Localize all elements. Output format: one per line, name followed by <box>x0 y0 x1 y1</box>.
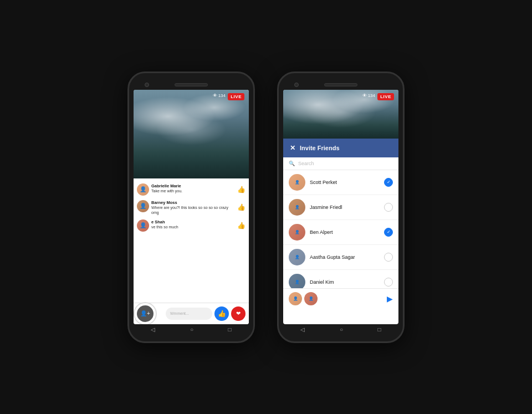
friend-check-3[interactable]: ✓ <box>384 228 393 237</box>
comment-input[interactable]: Wmment... <box>166 308 212 320</box>
comment-body-3: e Shah ve this so much <box>151 219 235 229</box>
friend-avatar-3: 👤 <box>289 224 305 241</box>
phone-2-eye-icon: 👁 <box>362 93 367 98</box>
friend-item-4[interactable]: 👤 Aastha Gupta Sagar <box>283 245 398 270</box>
nav-square-icon[interactable]: □ <box>228 326 232 333</box>
selected-avatars: 👤 👤 <box>289 292 318 305</box>
friend-name-4: Aastha Gupta Sagar <box>310 254 380 260</box>
phone-2-camera <box>294 83 299 87</box>
friend-name-3: Ben Alpert <box>310 229 380 235</box>
phone-2-nav-back-icon[interactable]: ◁ <box>300 326 305 333</box>
comment-avatar-2: 👤 <box>137 200 149 212</box>
thumb-button[interactable]: 👍 <box>214 306 229 321</box>
thumb-icon: 👍 <box>218 310 226 318</box>
comment-body-2: Barney Moss Where are you?! this looks s… <box>151 200 235 215</box>
avatar-face-3: 👤 <box>137 219 149 232</box>
friend-check-4[interactable] <box>384 253 393 262</box>
selected-avatar-2: 👤 <box>304 292 318 305</box>
add-friend-circle: 👤+ <box>134 302 157 324</box>
phone-2-nav-square-icon[interactable]: □ <box>378 326 381 333</box>
phone-1-video: LIVE 👁 134 <box>134 90 249 178</box>
selected-face-1: 👤 <box>289 292 302 305</box>
comment-placeholder: Wmment... <box>170 311 189 315</box>
friend-name-2: Jasmine Friedl <box>310 205 380 210</box>
friend-item-1[interactable]: 👤 Scott Perket ✓ <box>283 170 398 195</box>
nav-home-icon[interactable]: ○ <box>190 326 193 333</box>
avatar-face-1: 👤 <box>137 183 149 196</box>
search-icon: 🔍 <box>289 161 295 166</box>
comment-name-3: e Shah <box>151 219 235 224</box>
friend-list: 👤 Scott Perket ✓ 👤 Jasmine Friedl <box>283 170 398 288</box>
friend-avatar-2: 👤 <box>289 199 305 216</box>
selected-face-2: 👤 <box>304 292 318 305</box>
phone-2-speaker <box>324 83 357 86</box>
comment-text-2: Where are you?! this looks so so so so c… <box>151 205 235 215</box>
phone-2-nav-bar: ◁ ○ □ <box>283 324 398 335</box>
phone-1-screen: LIVE 👁 134 👤 Gabrielle Marie Take me wit… <box>134 90 249 324</box>
phone-2-live-badge: LIVE <box>377 93 394 100</box>
heart-button[interactable]: ❤ <box>231 306 245 321</box>
friend-avatar-face-4: 👤 <box>289 249 305 265</box>
comment-body-1: Gabrielle Marie Take me with you. <box>151 183 235 193</box>
phone-2-video: LIVE 👁 134 <box>283 90 398 140</box>
comment-text-3: ve this so much <box>151 224 235 229</box>
comment-like-1[interactable]: 👍 <box>237 186 245 193</box>
selected-avatar-1: 👤 <box>289 292 302 305</box>
comment-like-2[interactable]: 👍 <box>237 203 245 211</box>
phone-1-nav-bar: ◁ ○ □ <box>134 324 249 335</box>
phone-2: LIVE 👁 134 ✕ Invite Friends 🔍 Search <box>277 71 405 343</box>
avatar-face-2: 👤 <box>137 200 149 212</box>
add-friend-icon: 👤+ <box>140 310 150 316</box>
phones-container: LIVE 👁 134 👤 Gabrielle Marie Take me wit… <box>127 71 405 343</box>
heart-icon: ❤ <box>236 310 241 316</box>
friend-avatar-5: 👤 <box>289 274 305 288</box>
friend-avatar-face-2: 👤 <box>289 199 305 216</box>
phone-2-screen: LIVE 👁 134 ✕ Invite Friends 🔍 Search <box>283 90 398 324</box>
phone-1-speaker <box>175 83 208 86</box>
phone-1: LIVE 👁 134 👤 Gabrielle Marie Take me wit… <box>127 71 255 343</box>
friend-check-5[interactable] <box>384 278 393 287</box>
comment-item-3: 👤 e Shah ve this so much 👍 <box>137 218 245 233</box>
video-clouds <box>134 90 249 178</box>
comment-like-3[interactable]: 👍 <box>237 222 245 229</box>
comment-name-1: Gabrielle Marie <box>151 183 235 188</box>
add-friend-button[interactable]: 👤+ <box>137 305 154 322</box>
comment-name-2: Barney Moss <box>151 200 235 205</box>
comment-avatar-3: 👤 <box>137 219 149 232</box>
phone-1-live-badge: LIVE <box>228 93 244 100</box>
comment-text-1: Take me with you. <box>151 188 235 193</box>
invite-footer: 👤 👤 ▶ <box>283 288 398 309</box>
phone-2-top-bar <box>283 83 398 86</box>
friend-avatar-face-5: 👤 <box>289 274 305 288</box>
phone-2-viewer-count: 👁 134 <box>362 93 375 98</box>
send-button[interactable]: ▶ <box>387 294 393 303</box>
friend-name-1: Scott Perket <box>310 180 380 185</box>
eye-icon: 👁 <box>213 93 217 98</box>
friend-avatar-face-3: 👤 <box>289 224 305 241</box>
phone-2-nav-home-icon[interactable]: ○ <box>340 326 343 333</box>
comment-item-2: 👤 Barney Moss Where are you?! this looks… <box>137 198 245 217</box>
phone-1-bottom-bar: 👤+ Wmment... 👍 ❤ <box>134 303 249 324</box>
comment-item-1: 👤 Gabrielle Marie Take me with you. 👍 <box>137 182 245 197</box>
invite-close-button[interactable]: ✕ <box>290 144 295 152</box>
phone-1-top-bar <box>134 83 249 86</box>
phone-1-camera <box>145 83 149 87</box>
friend-avatar-4: 👤 <box>289 249 305 265</box>
friend-item-5[interactable]: 👤 Daniel Kim <box>283 270 398 288</box>
invite-title: Invite Friends <box>300 145 340 151</box>
search-placeholder: Search <box>298 161 314 166</box>
friend-avatar-face-1: 👤 <box>289 174 305 191</box>
friend-avatar-1: 👤 <box>289 174 305 191</box>
friend-item-2[interactable]: 👤 Jasmine Friedl <box>283 195 398 220</box>
invite-search-bar[interactable]: 🔍 Search <box>283 157 398 170</box>
invite-header: ✕ Invite Friends <box>283 139 398 157</box>
comment-avatar-1: 👤 <box>137 183 149 196</box>
friend-check-2[interactable] <box>384 203 393 212</box>
phone-1-comments: 👤 Gabrielle Marie Take me with you. 👍 👤 … <box>134 178 249 303</box>
friend-check-1[interactable]: ✓ <box>384 178 393 187</box>
friend-item-3[interactable]: 👤 Ben Alpert ✓ <box>283 220 398 245</box>
friend-name-5: Daniel Kim <box>310 279 380 285</box>
phone-1-viewer-count: 👁 134 <box>213 93 226 98</box>
nav-back-icon[interactable]: ◁ <box>151 326 155 333</box>
invite-overlay: ✕ Invite Friends 🔍 Search 👤 Scott Perk <box>283 139 398 309</box>
